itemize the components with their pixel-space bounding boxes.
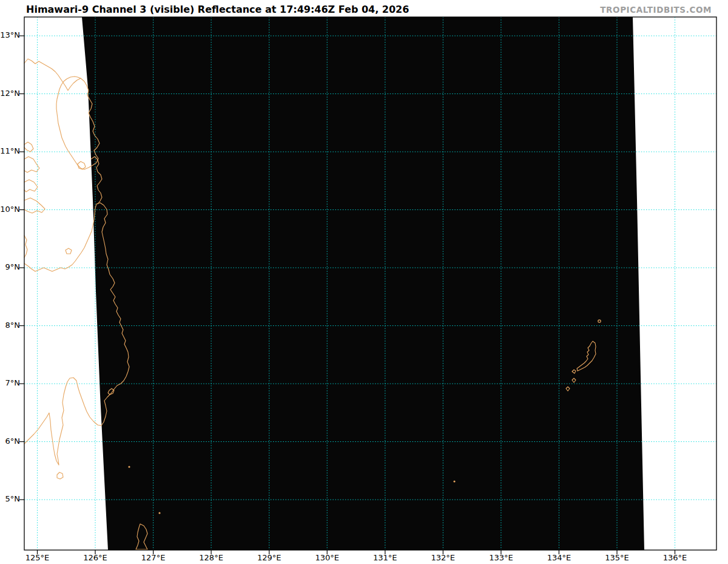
islet-dot-3: [453, 480, 455, 482]
lon-tick-label: 125°E: [16, 553, 59, 562]
lat-tick-label: 10°N: [0, 205, 20, 214]
lat-tick-label: 9°N: [0, 262, 20, 271]
coastline-sarangani-island: [57, 472, 63, 479]
lon-tick-label: 136°E: [654, 553, 696, 562]
lon-tick-label: 131°E: [364, 553, 406, 562]
lat-tick-label: 11°N: [0, 146, 20, 155]
lon-tick-label: 127°E: [132, 553, 175, 562]
lat-tick-label: 7°N: [0, 378, 20, 387]
lat-tick-label: 5°N: [0, 494, 20, 503]
coastline-west-edge-islands: [24, 142, 45, 257]
lon-tick-label: 129°E: [248, 553, 291, 562]
coastline-camiguin-island: [66, 248, 72, 254]
coastline-samar-coast: [24, 59, 81, 90]
lon-tick-label: 133°E: [480, 553, 522, 562]
satellite-scan-area: [82, 17, 644, 550]
islet-dot-1: [128, 466, 130, 467]
lon-tick-label: 128°E: [190, 553, 232, 562]
lon-tick-label: 126°E: [74, 553, 116, 562]
lon-tick-label: 132°E: [422, 553, 464, 562]
satellite-map-plot: [0, 0, 728, 564]
islet-dot-2: [158, 512, 160, 514]
lat-tick-label: 12°N: [0, 89, 20, 98]
satellite-map-page: Himawari-9 Channel 3 (visible) Reflectan…: [0, 0, 728, 564]
lon-tick-label: 130°E: [306, 553, 348, 562]
lat-tick-label: 13°N: [0, 30, 20, 39]
lon-tick-label: 135°E: [596, 553, 638, 562]
lon-tick-label: 134°E: [538, 553, 580, 562]
lat-tick-label: 8°N: [0, 321, 20, 330]
lat-tick-label: 6°N: [0, 437, 20, 446]
